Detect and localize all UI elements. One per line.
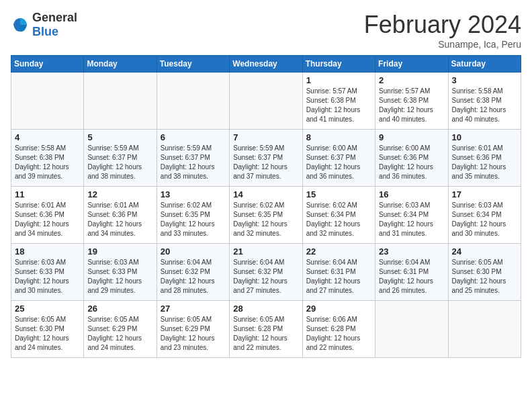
weekday-header-wednesday: Wednesday xyxy=(230,56,302,73)
day-info: Sunrise: 6:02 AM Sunset: 6:35 PM Dayligh… xyxy=(161,201,226,238)
weekday-header-thursday: Thursday xyxy=(302,56,375,73)
week-row-1: 1Sunrise: 5:57 AM Sunset: 6:38 PM Daylig… xyxy=(11,73,521,130)
calendar-cell: 8Sunrise: 6:00 AM Sunset: 6:37 PM Daylig… xyxy=(302,130,375,187)
day-info: Sunrise: 6:04 AM Sunset: 6:32 PM Dayligh… xyxy=(161,258,226,295)
day-number: 12 xyxy=(87,189,152,199)
calendar-cell xyxy=(230,73,302,130)
calendar-cell: 29Sunrise: 6:06 AM Sunset: 6:28 PM Dayli… xyxy=(302,301,375,358)
day-info: Sunrise: 5:57 AM Sunset: 6:38 PM Dayligh… xyxy=(379,87,444,124)
day-number: 25 xyxy=(15,304,80,314)
day-info: Sunrise: 6:03 AM Sunset: 6:33 PM Dayligh… xyxy=(87,258,152,295)
day-number: 26 xyxy=(87,304,152,314)
day-info: Sunrise: 5:59 AM Sunset: 6:37 PM Dayligh… xyxy=(87,144,152,181)
day-number: 3 xyxy=(452,75,517,85)
calendar-cell: 7Sunrise: 5:59 AM Sunset: 6:37 PM Daylig… xyxy=(230,130,302,187)
calendar-cell: 16Sunrise: 6:03 AM Sunset: 6:34 PM Dayli… xyxy=(375,187,448,244)
calendar-cell: 28Sunrise: 6:05 AM Sunset: 6:28 PM Dayli… xyxy=(230,301,302,358)
calendar-cell xyxy=(448,301,521,358)
weekday-header-row: SundayMondayTuesdayWednesdayThursdayFrid… xyxy=(11,56,521,73)
day-number: 27 xyxy=(161,304,226,314)
calendar-cell: 10Sunrise: 6:01 AM Sunset: 6:36 PM Dayli… xyxy=(448,130,521,187)
day-info: Sunrise: 6:03 AM Sunset: 6:34 PM Dayligh… xyxy=(452,201,517,238)
day-number: 17 xyxy=(452,189,517,199)
calendar-cell: 6Sunrise: 5:59 AM Sunset: 6:37 PM Daylig… xyxy=(157,130,229,187)
calendar-cell xyxy=(157,73,229,130)
calendar-cell: 22Sunrise: 6:04 AM Sunset: 6:31 PM Dayli… xyxy=(302,244,375,301)
logo-general: General xyxy=(32,11,77,25)
day-number: 6 xyxy=(161,132,226,142)
day-info: Sunrise: 6:03 AM Sunset: 6:33 PM Dayligh… xyxy=(15,258,80,295)
calendar-cell: 21Sunrise: 6:04 AM Sunset: 6:32 PM Dayli… xyxy=(230,244,302,301)
day-number: 4 xyxy=(15,132,80,142)
calendar-cell: 20Sunrise: 6:04 AM Sunset: 6:32 PM Dayli… xyxy=(157,244,229,301)
calendar-cell: 27Sunrise: 6:05 AM Sunset: 6:29 PM Dayli… xyxy=(157,301,229,358)
calendar-cell: 4Sunrise: 5:58 AM Sunset: 6:38 PM Daylig… xyxy=(11,130,84,187)
day-number: 18 xyxy=(15,246,80,257)
calendar-cell xyxy=(375,301,448,358)
day-info: Sunrise: 6:04 AM Sunset: 6:31 PM Dayligh… xyxy=(306,258,371,295)
logo: General Blue xyxy=(11,11,77,39)
day-info: Sunrise: 6:00 AM Sunset: 6:36 PM Dayligh… xyxy=(379,144,444,181)
calendar-cell xyxy=(11,73,84,130)
day-number: 9 xyxy=(379,132,444,142)
calendar-cell: 25Sunrise: 6:05 AM Sunset: 6:30 PM Dayli… xyxy=(11,301,84,358)
day-number: 5 xyxy=(87,132,152,142)
day-number: 13 xyxy=(161,189,226,199)
day-number: 19 xyxy=(87,246,152,257)
day-number: 10 xyxy=(452,132,517,142)
day-number: 29 xyxy=(306,304,371,314)
day-info: Sunrise: 6:05 AM Sunset: 6:30 PM Dayligh… xyxy=(15,315,80,353)
day-info: Sunrise: 6:01 AM Sunset: 6:36 PM Dayligh… xyxy=(87,201,152,238)
day-number: 28 xyxy=(233,304,298,314)
day-info: Sunrise: 6:04 AM Sunset: 6:32 PM Dayligh… xyxy=(233,258,298,295)
calendar-cell: 18Sunrise: 6:03 AM Sunset: 6:33 PM Dayli… xyxy=(11,244,84,301)
day-info: Sunrise: 6:01 AM Sunset: 6:36 PM Dayligh… xyxy=(15,201,80,238)
calendar-cell: 3Sunrise: 5:58 AM Sunset: 6:38 PM Daylig… xyxy=(448,73,521,130)
day-number: 14 xyxy=(233,189,298,199)
day-info: Sunrise: 6:05 AM Sunset: 6:29 PM Dayligh… xyxy=(87,315,152,353)
day-info: Sunrise: 6:04 AM Sunset: 6:31 PM Dayligh… xyxy=(379,258,444,295)
calendar-cell: 9Sunrise: 6:00 AM Sunset: 6:36 PM Daylig… xyxy=(375,130,448,187)
weekday-header-saturday: Saturday xyxy=(448,56,521,73)
calendar-cell xyxy=(84,73,157,130)
calendar-cell: 15Sunrise: 6:02 AM Sunset: 6:34 PM Dayli… xyxy=(302,187,375,244)
day-info: Sunrise: 5:58 AM Sunset: 6:38 PM Dayligh… xyxy=(452,87,517,124)
calendar-cell: 26Sunrise: 6:05 AM Sunset: 6:29 PM Dayli… xyxy=(84,301,157,358)
day-number: 24 xyxy=(452,246,517,257)
calendar-cell: 14Sunrise: 6:02 AM Sunset: 6:35 PM Dayli… xyxy=(230,187,302,244)
day-number: 20 xyxy=(161,246,226,257)
logo-blue: Blue xyxy=(32,25,58,38)
page-header: General Blue February 2024 Sunampe, Ica,… xyxy=(11,11,521,50)
month-title: February 2024 xyxy=(364,11,521,39)
day-number: 11 xyxy=(15,189,80,199)
calendar-cell: 1Sunrise: 5:57 AM Sunset: 6:38 PM Daylig… xyxy=(302,73,375,130)
logo-icon xyxy=(11,15,30,34)
week-row-2: 4Sunrise: 5:58 AM Sunset: 6:38 PM Daylig… xyxy=(11,130,521,187)
day-info: Sunrise: 6:06 AM Sunset: 6:28 PM Dayligh… xyxy=(306,315,371,353)
day-number: 15 xyxy=(306,189,371,199)
calendar-cell: 12Sunrise: 6:01 AM Sunset: 6:36 PM Dayli… xyxy=(84,187,157,244)
day-number: 2 xyxy=(379,75,444,85)
week-row-4: 18Sunrise: 6:03 AM Sunset: 6:33 PM Dayli… xyxy=(11,244,521,301)
day-info: Sunrise: 6:05 AM Sunset: 6:30 PM Dayligh… xyxy=(452,258,517,295)
calendar-cell: 13Sunrise: 6:02 AM Sunset: 6:35 PM Dayli… xyxy=(157,187,229,244)
day-number: 22 xyxy=(306,246,371,257)
day-number: 1 xyxy=(306,75,371,85)
day-info: Sunrise: 6:02 AM Sunset: 6:35 PM Dayligh… xyxy=(233,201,298,238)
day-info: Sunrise: 5:59 AM Sunset: 6:37 PM Dayligh… xyxy=(161,144,226,181)
calendar-cell: 5Sunrise: 5:59 AM Sunset: 6:37 PM Daylig… xyxy=(84,130,157,187)
weekday-header-monday: Monday xyxy=(84,56,157,73)
day-info: Sunrise: 5:58 AM Sunset: 6:38 PM Dayligh… xyxy=(15,144,80,181)
location-subtitle: Sunampe, Ica, Peru xyxy=(364,39,521,50)
logo-text: General Blue xyxy=(32,11,77,39)
week-row-5: 25Sunrise: 6:05 AM Sunset: 6:30 PM Dayli… xyxy=(11,301,521,358)
weekday-header-friday: Friday xyxy=(375,56,448,73)
day-info: Sunrise: 5:57 AM Sunset: 6:38 PM Dayligh… xyxy=(306,87,371,124)
weekday-header-sunday: Sunday xyxy=(11,56,84,73)
calendar-cell: 23Sunrise: 6:04 AM Sunset: 6:31 PM Dayli… xyxy=(375,244,448,301)
day-number: 23 xyxy=(379,246,444,257)
weekday-header-tuesday: Tuesday xyxy=(157,56,229,73)
day-info: Sunrise: 6:05 AM Sunset: 6:28 PM Dayligh… xyxy=(233,315,298,353)
day-info: Sunrise: 6:01 AM Sunset: 6:36 PM Dayligh… xyxy=(452,144,517,181)
week-row-3: 11Sunrise: 6:01 AM Sunset: 6:36 PM Dayli… xyxy=(11,187,521,244)
